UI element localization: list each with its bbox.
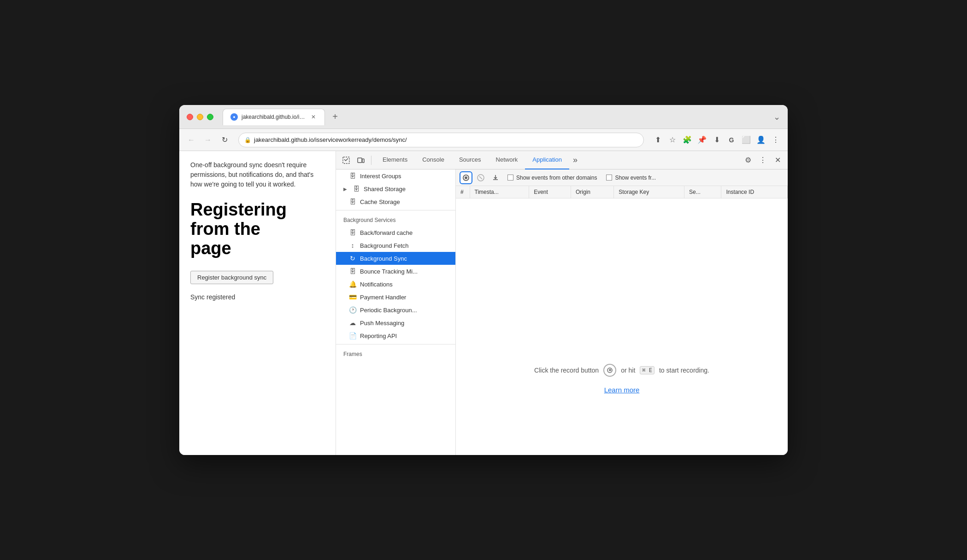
bell-icon: 🔔 — [349, 280, 356, 288]
hint-text-or: or hit — [621, 367, 635, 374]
device-toggle-icon[interactable] — [354, 154, 367, 167]
main-content: One-off background sync doesn't require … — [179, 151, 788, 455]
svg-line-4 — [479, 176, 482, 179]
col-instance-id: Instance ID — [721, 186, 788, 198]
col-origin: Origin — [571, 186, 614, 198]
file-icon: 📄 — [349, 332, 356, 339]
close-button[interactable] — [187, 114, 193, 120]
maximize-button[interactable] — [207, 114, 213, 120]
tab-network[interactable]: Network — [489, 151, 525, 169]
profile-button[interactable]: 👤 — [755, 134, 767, 146]
settings-button[interactable]: ⚙ — [742, 154, 755, 167]
tab-favicon: ● — [230, 113, 238, 121]
hint-text-after: to start recording. — [659, 367, 709, 374]
sidebar-item-bounce-tracking[interactable]: 🗄 Bounce Tracking Mi... — [336, 265, 455, 278]
bookmark-button[interactable]: ☆ — [666, 134, 679, 146]
devtools-sidebar: 🗄 Interest Groups ▶ 🗄 Shared Storage 🗄 C… — [336, 169, 456, 455]
nav-bar: ← → ↻ 🔒 jakearchibald.github.io/isservic… — [179, 129, 788, 151]
hint-record-dot — [609, 369, 611, 371]
back-button[interactable]: ← — [185, 134, 198, 146]
record-button[interactable] — [460, 171, 472, 184]
page-content: One-off background sync doesn't require … — [179, 151, 336, 455]
fetch-icon: ↕ — [349, 242, 356, 249]
sidebar-item-push-messaging[interactable]: ☁ Push Messaging — [336, 316, 455, 329]
address-bar[interactable]: 🔒 jakearchibald.github.io/isserviceworke… — [238, 133, 644, 147]
lock-icon: 🔒 — [244, 137, 251, 143]
devtools-right-icons: ⚙ ⋮ ✕ — [742, 154, 784, 167]
download-button[interactable]: ⬇ — [710, 134, 723, 146]
hint-text-before: Click the record button — [534, 367, 599, 374]
kebab-menu-button[interactable]: ⋮ — [756, 154, 769, 167]
learn-more-link[interactable]: Learn more — [604, 386, 640, 394]
close-devtools-button[interactable]: ✕ — [771, 154, 784, 167]
show-events-2-checkbox[interactable] — [606, 175, 612, 181]
sidebar-item-shared-storage[interactable]: ▶ 🗄 Shared Storage — [336, 182, 455, 195]
bounce-icon: 🗄 — [349, 268, 356, 275]
col-timestamp: Timestа... — [470, 186, 529, 198]
sidebar-item-background-fetch[interactable]: ↕ Background Fetch — [336, 239, 455, 252]
frames-header: Frames — [336, 346, 455, 360]
sidebar-item-back-forward-cache[interactable]: 🗄 Back/forward cache — [336, 226, 455, 239]
show-events-checkbox-area: Show events from other domains — [507, 175, 597, 181]
sidebar-item-cache-storage[interactable]: 🗄 Cache Storage — [336, 195, 455, 208]
svg-rect-1 — [358, 158, 362, 163]
tab-bar: ● jakearchibald.github.io/isservic ✕ + — [223, 109, 768, 125]
minimize-button[interactable] — [197, 114, 203, 120]
tab-title: jakearchibald.github.io/isservic — [242, 114, 306, 120]
show-events-2-label: Show events fr... — [615, 175, 656, 181]
col-se: Se... — [684, 186, 721, 198]
menu-button[interactable]: ⋮ — [769, 134, 782, 146]
tab-sources[interactable]: Sources — [452, 151, 489, 169]
forward-button[interactable]: → — [201, 134, 214, 146]
more-tabs-button[interactable]: » — [569, 151, 581, 169]
col-event: Event — [529, 186, 571, 198]
pin-button[interactable]: 📌 — [696, 134, 708, 146]
cloud-icon: ☁ — [349, 319, 356, 327]
sidebar-item-periodic-background[interactable]: 🕐 Periodic Backgroun... — [336, 303, 455, 316]
show-events-checkbox[interactable] — [507, 175, 513, 181]
database-icon: 🗄 — [349, 198, 356, 205]
col-storage-key: Storage Key — [614, 186, 684, 198]
show-events-label: Show events from other domains — [516, 175, 597, 181]
events-table-container: # Timestа... Event Origin Storage Key Se… — [456, 186, 788, 302]
share-button[interactable]: ⬆ — [651, 134, 664, 146]
sidebar-item-reporting-api[interactable]: 📄 Reporting API — [336, 329, 455, 342]
sidebar-item-notifications[interactable]: 🔔 Notifications — [336, 278, 455, 291]
keyboard-shortcut: ⌘ E — [640, 366, 654, 374]
sidebar-button[interactable]: ⬜ — [740, 134, 753, 146]
export-button[interactable] — [489, 171, 502, 184]
show-events-2-checkbox-area: Show events fr... — [606, 175, 656, 181]
active-tab[interactable]: ● jakearchibald.github.io/isservic ✕ — [223, 109, 325, 125]
stop-recording-button[interactable] — [474, 171, 487, 184]
sidebar-item-background-sync[interactable]: ↻ Background Sync — [336, 252, 455, 265]
window-controls: ⌄ — [773, 112, 780, 122]
reload-button[interactable]: ↻ — [218, 134, 231, 146]
tab-console[interactable]: Console — [415, 151, 452, 169]
section-divider — [336, 210, 455, 210]
devtools-main-panel: Show events from other domains Show even… — [456, 169, 788, 455]
tab-close-button[interactable]: ✕ — [310, 113, 317, 121]
new-tab-button[interactable]: + — [329, 111, 342, 123]
tab-elements[interactable]: Elements — [375, 151, 415, 169]
address-text: jakearchibald.github.io/isserviceworkerr… — [254, 136, 638, 143]
title-bar: ● jakearchibald.github.io/isservic ✕ + ⌄ — [179, 105, 788, 129]
background-services-header: Background Services — [336, 212, 455, 226]
events-table: # Timestа... Event Origin Storage Key Se… — [456, 186, 788, 198]
clock-icon: 🕐 — [349, 306, 356, 314]
extensions-button[interactable]: 🧩 — [681, 134, 694, 146]
sync-status: Sync registered — [190, 293, 324, 301]
hint-record-inner — [607, 368, 613, 373]
page-heading: Registering from the page — [190, 200, 324, 258]
sidebar-item-payment-handler[interactable]: 💳 Payment Handler — [336, 291, 455, 303]
database-icon: 🗄 — [349, 172, 356, 180]
record-hint: Click the record button or hit ⌘ E to st… — [534, 364, 709, 377]
record-dot — [465, 176, 467, 179]
payment-icon: 💳 — [349, 293, 356, 301]
col-num: # — [456, 186, 470, 198]
devtools-toolbar: Elements Console Sources Network Applica… — [336, 151, 788, 169]
inspector-icon[interactable] — [340, 154, 353, 167]
tab-application[interactable]: Application — [525, 151, 569, 169]
sync-icon: ↻ — [349, 255, 356, 262]
sidebar-item-interest-groups[interactable]: 🗄 Interest Groups — [336, 169, 455, 182]
register-sync-button[interactable]: Register background sync — [190, 271, 273, 284]
